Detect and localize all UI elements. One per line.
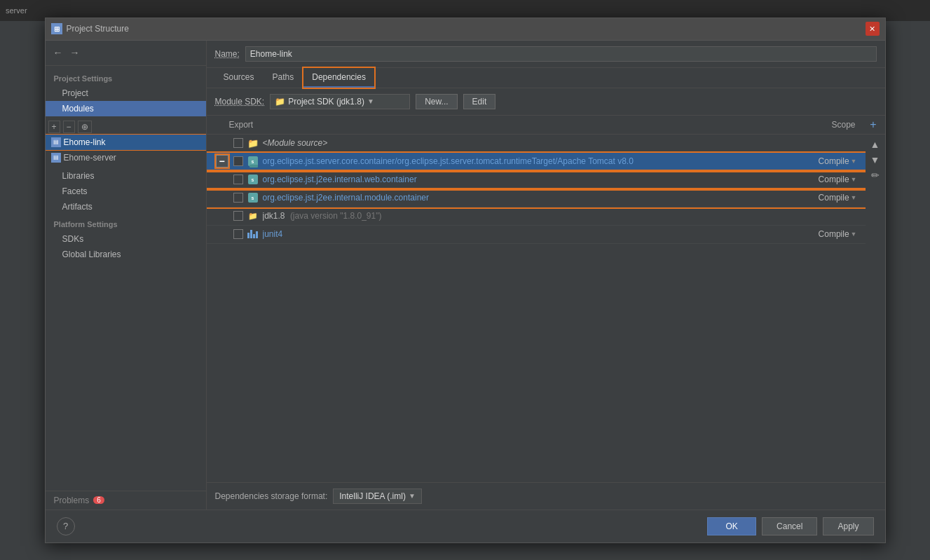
remove-module-button[interactable]: − [63,121,75,133]
cancel-button[interactable]: Cancel [762,517,817,535]
storage-select[interactable]: IntelliJ IDEA (.iml) ▼ [333,489,422,504]
dep-checkbox-j2ee-web[interactable] [233,175,243,184]
sidebar-toolbar: ← → [46,41,206,66]
dialog-footer: ? OK Cancel Apply [46,510,885,542]
dep-checkbox-module-source[interactable] [233,138,243,148]
sdk-row: Module SDK: 📁 Project SDK (jdk1.8) ▼ New… [207,88,885,116]
dep-row-jdk[interactable]: 📁 jdk1.8 (java version "1.8.0_91") [207,207,866,226]
deps-footer: Dependencies storage format: IntelliJ ID… [207,482,885,510]
name-label: Name: [215,49,240,59]
dep-name-j2ee-web: org.eclipse.jst.j2ee.internal.web.contai… [263,175,812,184]
sidebar-item-sdks[interactable]: SDKs [46,231,206,247]
sidebar-item-project[interactable]: Project [46,86,206,101]
tab-dependencies[interactable]: Dependencies [303,68,374,88]
right-actions-column: ▲ ▼ ✏ [866,135,885,482]
j2ee-module-icon: s [247,192,259,203]
dep-row-module-source: 📁 <Module source> [207,135,866,153]
deps-table-header: Export Scope + [207,116,885,135]
tab-sources[interactable]: Sources [215,68,263,88]
ok-button[interactable]: OK [707,517,756,535]
junit-icon [247,228,259,240]
back-button[interactable]: ← [51,46,65,60]
dep-checkbox-junit[interactable] [233,229,243,239]
module-source-icon: 📁 [247,137,259,149]
forward-button[interactable]: → [68,46,82,60]
dep-row-tomcat[interactable]: − s org.eclipse.jst.server.core.containe… [207,153,866,171]
dep-name-j2ee-module: org.eclipse.jst.j2ee.internal.module.con… [263,193,812,203]
dep-name-junit: junit4 [263,229,812,239]
copy-module-button[interactable]: ⊕ [78,121,92,133]
remove-dep-button[interactable]: − [216,155,228,168]
dep-checkbox-j2ee-module[interactable] [233,193,243,203]
sidebar-item-artifacts[interactable]: Artifacts [46,199,206,214]
module-item-ehome-server[interactable]: ▤ Ehome-server [46,150,206,165]
dep-name-jdk: jdk1.8 (java version "1.8.0_91") [263,211,857,221]
tab-paths[interactable]: Paths [264,68,303,88]
dialog-titlebar: ⊞ Project Structure ✕ [46,18,885,41]
dep-name-module-source: <Module source> [263,138,857,148]
dep-name-tomcat: org.eclipse.jst.server.core.container/or… [263,156,812,166]
dep-checkbox-tomcat[interactable] [233,156,243,166]
dep-row-j2ee-module[interactable]: s org.eclipse.jst.j2ee.internal.module.c… [207,189,866,207]
add-dependency-button[interactable]: + [870,118,876,131]
move-up-button[interactable]: ▲ [868,137,882,151]
header-actions: + [856,118,877,131]
scope-j2ee-module[interactable]: Compile ▼ [819,193,857,203]
sidebar-item-modules[interactable]: Modules [46,101,206,116]
modules-list: + − ⊕ ▤ Ehome-link ▤ Ehome-server [46,116,206,168]
sidebar-nav: Project Settings Project Modules + − ⊕ [46,66,206,491]
dep-row-junit[interactable]: junit4 Compile ▼ [207,226,866,244]
dialog-close-button[interactable]: ✕ [866,22,880,36]
sidebar-item-libraries[interactable]: Libraries [46,168,206,184]
sdk-folder-icon: 📁 [275,97,285,107]
sdk-dropdown-arrow: ▼ [367,97,374,105]
edit-dep-button[interactable]: ✏ [868,168,882,182]
module-icon-ehome-link: ▤ [51,137,61,147]
tomcat-icon: s [247,156,259,167]
deps-area: Export Scope + [207,116,885,510]
storage-format-label: Dependencies storage format: [215,491,328,501]
dep-row-j2ee-web[interactable]: s org.eclipse.jst.j2ee.internal.web.cont… [207,171,866,189]
move-down-button[interactable]: ▼ [868,153,882,167]
dep-checkbox-jdk[interactable] [233,211,243,221]
sdk-new-button[interactable]: New... [416,94,457,109]
module-icon-ehome-server: ▤ [51,153,61,163]
sdk-label: Module SDK: [215,97,265,107]
apply-button[interactable]: Apply [823,517,873,535]
tabs-row: Sources Paths Dependencies [207,68,885,88]
problems-row: Problems 6 [46,491,206,510]
header-export: Export [229,120,264,130]
sdk-edit-button[interactable]: Edit [463,94,496,109]
scope-j2ee-web[interactable]: Compile ▼ [819,175,857,184]
sidebar: ← → Project Settings Project Modules + [46,41,207,510]
dialog-body: ← → Project Settings Project Modules + [46,41,885,510]
deps-list: 📁 <Module source> − [207,135,866,482]
add-module-button[interactable]: + [48,121,60,133]
storage-dropdown-arrow: ▼ [409,492,416,500]
sidebar-item-facets[interactable]: Facets [46,184,206,199]
module-item-ehome-link[interactable]: ▤ Ehome-link [46,135,206,150]
help-button[interactable]: ? [57,517,75,535]
scope-tomcat[interactable]: Compile ▼ [819,156,857,166]
dialog-icon: ⊞ [51,23,62,34]
problems-badge: 6 [93,496,104,504]
project-settings-label: Project Settings [46,69,206,86]
header-scope: Scope [772,120,856,130]
name-row: Name: [207,41,885,68]
j2ee-web-icon: s [247,174,259,185]
main-content: Name: Sources Paths Dependencies Module … [207,41,885,510]
deps-table-inner: 📁 <Module source> − [207,135,866,482]
name-input[interactable] [245,46,877,62]
sdk-value: Project SDK (jdk1.8) [288,97,364,107]
platform-settings-label: Platform Settings [46,214,206,231]
dialog-overlay: ⊞ Project Structure ✕ ← → Project Settin… [0,0,930,560]
sidebar-item-global-libraries[interactable]: Global Libraries [46,247,206,262]
sdk-select[interactable]: 📁 Project SDK (jdk1.8) ▼ [270,94,410,109]
project-structure-dialog: ⊞ Project Structure ✕ ← → Project Settin… [45,18,886,543]
jdk-icon: 📁 [247,210,259,221]
dialog-title: Project Structure [67,24,866,34]
scope-junit[interactable]: Compile ▼ [819,229,857,239]
deps-table-wrapper: 📁 <Module source> − [207,135,885,482]
